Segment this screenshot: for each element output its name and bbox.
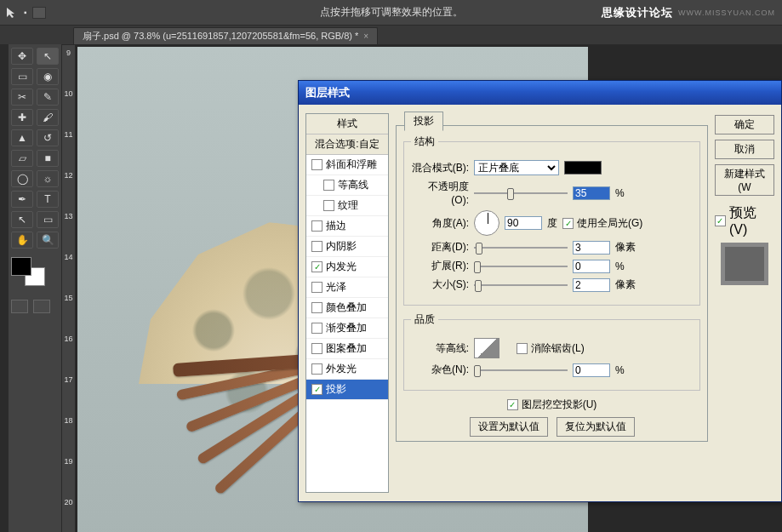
effect-item-4[interactable]: 内阴影 [306, 237, 388, 257]
effect-item-6[interactable]: 光泽 [306, 277, 388, 298]
layer-style-dialog: 图层样式 样式 混合选项:自定 斜面和浮雕等高线纹理描边内阴影✓内发光光泽颜色叠… [298, 80, 782, 502]
opacity-label: 不透明度(O): [411, 180, 469, 206]
effect-checkbox[interactable] [311, 159, 323, 170]
tab-close-icon[interactable]: × [363, 31, 368, 41]
tool-hand[interactable]: ✋ [11, 232, 33, 249]
left-edge [0, 44, 9, 532]
shadow-color-swatch[interactable] [564, 161, 602, 174]
effect-label: 投影 [326, 382, 346, 397]
quality-group: 品质 等高线: 消除锯齿(L) 杂色(N): % [403, 312, 700, 391]
tool-shape[interactable]: ▭ [37, 211, 59, 228]
effect-checkbox[interactable] [311, 323, 323, 334]
effect-checkbox[interactable] [311, 282, 323, 293]
distance-slider[interactable] [474, 241, 568, 255]
preview-swatch [721, 243, 768, 285]
angle-input[interactable] [505, 216, 542, 230]
size-input[interactable] [573, 278, 610, 292]
effect-item-9[interactable]: 图案叠加 [306, 339, 388, 359]
effect-item-5[interactable]: ✓内发光 [306, 257, 388, 277]
effect-label: 光泽 [326, 280, 346, 295]
styles-header[interactable]: 样式 [306, 114, 388, 134]
ok-button[interactable]: 确定 [715, 115, 774, 134]
tool-eyedropper[interactable]: ✎ [37, 89, 59, 106]
effect-item-2[interactable]: 纹理 [306, 196, 388, 216]
angle-unit: 度 [547, 216, 557, 231]
effect-checkbox[interactable] [323, 200, 334, 211]
size-unit: 像素 [615, 277, 636, 292]
knockout-checkbox[interactable]: ✓图层挖空投影(U) [507, 398, 597, 412]
angle-label: 角度(A): [411, 216, 469, 231]
spread-input[interactable] [573, 260, 610, 273]
foreground-color[interactable] [11, 257, 31, 276]
new-style-button[interactable]: 新建样式(W [715, 164, 774, 196]
effect-settings: 投影 结构 混合模式(B): 正片叠底 不透明度(O): % [396, 113, 708, 493]
tool-blur[interactable]: ◯ [11, 170, 33, 187]
tool-eraser[interactable]: ▱ [11, 150, 33, 167]
effect-checkbox[interactable]: ✓ [311, 384, 323, 395]
ruler-tick: 17 [64, 375, 72, 416]
screen-mode-icon[interactable] [33, 300, 50, 313]
effect-checkbox[interactable] [311, 302, 323, 313]
effect-item-8[interactable]: 渐变叠加 [306, 318, 388, 339]
global-light-checkbox[interactable]: ✓使用全局光(G) [562, 216, 642, 231]
noise-input[interactable] [573, 363, 610, 377]
noise-slider[interactable] [474, 363, 568, 377]
hint-message: 点按并拖移可调整效果的位置。 [320, 5, 463, 20]
effect-item-7[interactable]: 颜色叠加 [306, 298, 388, 318]
tool-lasso[interactable]: ◉ [37, 68, 59, 85]
angle-dial[interactable] [474, 210, 499, 236]
blend-mode-select[interactable]: 正片叠底 [474, 160, 559, 175]
options-bar: ▪ 点按并拖移可调整效果的位置。 思缘设计论坛 WWW.MISSYUAN.COM [0, 0, 782, 26]
ruler-vertical[interactable]: 9 10 11 12 13 14 15 16 17 18 19 20 [62, 45, 76, 532]
tool-zoom[interactable]: 🔍 [37, 232, 59, 249]
tool-gradient[interactable]: ■ [37, 150, 59, 167]
effect-checkbox[interactable] [323, 180, 334, 191]
option-swatch-icon[interactable] [32, 7, 46, 19]
tool-pen[interactable]: ✒ [11, 191, 33, 208]
effect-checkbox[interactable] [311, 220, 323, 232]
effect-checkbox[interactable] [311, 343, 323, 354]
distance-input[interactable] [573, 241, 610, 255]
tool-history-brush[interactable]: ↺ [37, 129, 59, 146]
reset-default-button[interactable]: 复位为默认值 [557, 417, 635, 437]
effect-checkbox[interactable] [311, 241, 323, 252]
effect-item-10[interactable]: 外发光 [306, 359, 388, 380]
preview-checkbox[interactable]: ✓预览(V) [715, 204, 774, 237]
separator-icon: ▪ [24, 8, 27, 17]
document-tab[interactable]: 扇子.psd @ 73.8% (u=2511691857,1207205581&… [73, 27, 378, 44]
effect-label: 图案叠加 [326, 341, 367, 356]
tool-brush[interactable]: 🖌 [37, 109, 59, 126]
tool-healing[interactable]: ✚ [11, 109, 33, 126]
opacity-slider[interactable] [474, 186, 568, 200]
tool-direct-select[interactable]: ↖ [37, 48, 59, 65]
blend-options-header[interactable]: 混合选项:自定 [306, 134, 388, 155]
tool-marquee[interactable]: ▭ [11, 68, 33, 85]
effect-checkbox[interactable]: ✓ [311, 261, 323, 272]
direct-selection-tool-icon[interactable] [5, 7, 19, 19]
dialog-titlebar[interactable]: 图层样式 [299, 81, 781, 105]
tool-crop[interactable]: ✂ [11, 89, 33, 106]
cancel-button[interactable]: 取消 [715, 140, 774, 159]
tool-type[interactable]: T [37, 191, 59, 208]
color-swatches[interactable] [11, 257, 49, 286]
tool-move[interactable]: ✥ [11, 48, 33, 65]
effect-label: 渐变叠加 [326, 321, 367, 335]
effect-checkbox[interactable] [311, 363, 323, 375]
effect-item-3[interactable]: 描边 [306, 216, 388, 237]
effect-item-1[interactable]: 等高线 [306, 175, 388, 196]
make-default-button[interactable]: 设置为默认值 [470, 417, 548, 437]
tool-path-select[interactable]: ↖ [11, 211, 33, 228]
effect-label: 内发光 [326, 260, 357, 274]
size-slider[interactable] [474, 278, 568, 292]
ruler-tick: 13 [64, 212, 72, 253]
quality-legend: 品质 [411, 312, 438, 327]
tool-stamp[interactable]: ▲ [11, 129, 33, 146]
effect-item-0[interactable]: 斜面和浮雕 [306, 155, 388, 175]
antialias-checkbox[interactable]: 消除锯齿(L) [517, 341, 585, 356]
quick-mask-icon[interactable] [11, 300, 28, 313]
effect-item-11[interactable]: ✓投影 [306, 380, 388, 400]
tool-dodge[interactable]: ☼ [37, 170, 59, 187]
spread-slider[interactable] [474, 260, 568, 273]
contour-picker[interactable] [474, 338, 499, 358]
opacity-input[interactable] [573, 186, 610, 200]
